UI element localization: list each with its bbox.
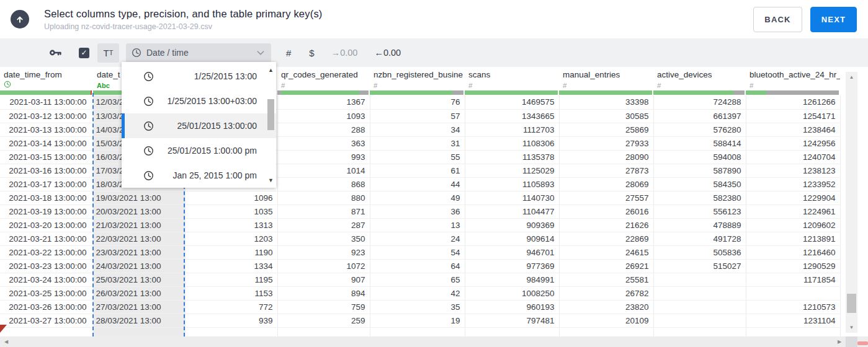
table-cell[interactable]: 515027 <box>653 259 746 273</box>
table-cell[interactable]: 1105893 <box>465 177 559 191</box>
table-cell[interactable]: 2021-03-27 13:00:00 <box>0 314 93 327</box>
scroll-left-arrow[interactable]: ◀ <box>4 339 8 345</box>
table-cell[interactable]: 1125029 <box>465 164 559 177</box>
table-cell[interactable]: 19 <box>370 314 465 327</box>
column-header[interactable]: date_time_from <box>0 67 93 79</box>
table-cell[interactable]: 2021-03-12 13:00:00 <box>0 109 93 123</box>
scroll-down-arrow[interactable]: ▼ <box>846 325 857 330</box>
table-cell[interactable]: 1096 <box>185 191 277 204</box>
table-cell[interactable]: 1093 <box>277 109 370 123</box>
date-format-option[interactable]: 1/25/2015 13:00 <box>122 64 276 89</box>
table-cell[interactable]: 28069 <box>559 177 653 191</box>
table-cell[interactable]: 724288 <box>653 95 746 109</box>
table-cell[interactable]: 363 <box>277 136 370 150</box>
table-cell[interactable]: 1209602 <box>746 218 840 232</box>
table-cell[interactable]: 1210573 <box>746 300 840 314</box>
date-format-option[interactable]: Jan 25, 2015 1:00 pm <box>122 163 276 188</box>
table-cell[interactable]: 868 <box>277 177 370 191</box>
primary-key-button[interactable] <box>48 46 62 59</box>
column-header[interactable]: manual_entries <box>559 67 653 79</box>
table-cell[interactable]: 584350 <box>653 177 746 191</box>
column-header[interactable]: scans <box>465 67 559 79</box>
table-cell[interactable]: 259 <box>277 314 370 327</box>
table-cell[interactable]: 1290529 <box>746 259 840 273</box>
table-cell[interactable]: 25869 <box>559 123 653 136</box>
table-cell[interactable]: 960193 <box>465 300 559 314</box>
table-cell[interactable]: 2021-03-24 13:00:00 <box>0 273 93 286</box>
table-cell[interactable]: 1135378 <box>465 150 559 164</box>
table-cell[interactable]: 42 <box>370 286 465 300</box>
decimal-shift-left-button[interactable]: ←0.00 <box>374 48 401 58</box>
table-cell[interactable]: 26921 <box>559 259 653 273</box>
table-cell[interactable]: 30585 <box>559 109 653 123</box>
table-cell[interactable]: 44 <box>370 177 465 191</box>
table-cell[interactable]: 894 <box>277 286 370 300</box>
table-cell[interactable]: 2021-03-18 13:00:00 <box>0 191 93 204</box>
table-cell[interactable]: 54 <box>370 245 465 259</box>
table-cell[interactable]: 1153 <box>185 286 277 300</box>
table-cell[interactable]: 491728 <box>653 232 746 245</box>
table-cell[interactable]: 939 <box>185 314 277 327</box>
table-cell[interactable]: 57 <box>370 109 465 123</box>
table-cell[interactable]: 478889 <box>653 218 746 232</box>
table-cell[interactable] <box>653 286 746 300</box>
table-cell[interactable]: 1343665 <box>465 109 559 123</box>
table-cell[interactable]: 65 <box>370 273 465 286</box>
table-cell[interactable]: 923 <box>277 245 370 259</box>
table-cell[interactable]: 22869 <box>559 232 653 245</box>
table-cell[interactable]: 2021-03-17 13:00:00 <box>0 177 93 191</box>
table-cell[interactable]: 33398 <box>559 95 653 109</box>
table-cell[interactable]: 2021-03-14 13:00:00 <box>0 136 93 150</box>
table-cell[interactable]: 76 <box>370 95 465 109</box>
table-cell[interactable]: 49 <box>370 191 465 204</box>
date-format-option[interactable]: 1/25/2015 13:00+03:00 <box>122 89 276 113</box>
table-cell[interactable]: 1072 <box>277 259 370 273</box>
table-cell[interactable]: 26782 <box>559 286 653 300</box>
table-cell[interactable]: 907 <box>277 273 370 286</box>
table-cell[interactable]: 350 <box>277 232 370 245</box>
table-cell[interactable]: 27557 <box>559 191 653 204</box>
table-cell[interactable]: 946701 <box>465 245 559 259</box>
table-cell[interactable]: 1171854 <box>746 273 840 286</box>
back-button[interactable]: BACK <box>753 7 802 32</box>
table-cell[interactable]: 2021-03-13 13:00:00 <box>0 123 93 136</box>
table-cell[interactable]: 23820 <box>559 300 653 314</box>
table-cell[interactable]: 22/03/2021 13:00 <box>93 232 185 245</box>
table-cell[interactable]: 587890 <box>653 164 746 177</box>
scroll-right-arrow[interactable]: ▶ <box>838 339 841 345</box>
table-cell[interactable] <box>746 286 840 300</box>
table-cell[interactable]: 20/03/2021 13:00 <box>93 204 185 218</box>
table-cell[interactable]: 1469575 <box>465 95 559 109</box>
table-cell[interactable]: 2021-03-16 13:00:00 <box>0 164 93 177</box>
table-cell[interactable]: 1008250 <box>465 286 559 300</box>
decimal-shift-right-button[interactable]: →0.00 <box>331 48 358 58</box>
table-cell[interactable]: 1203 <box>185 232 277 245</box>
table-cell[interactable]: 993 <box>277 150 370 164</box>
table-cell[interactable]: 13 <box>370 218 465 232</box>
table-cell[interactable]: 2021-03-20 13:00:00 <box>0 218 93 232</box>
table-cell[interactable]: 909614 <box>465 232 559 245</box>
table-cell[interactable]: 1229904 <box>746 191 840 204</box>
table-cell[interactable]: 20109 <box>559 314 653 327</box>
table-cell[interactable]: 984991 <box>465 273 559 286</box>
table-cell[interactable]: 28090 <box>559 150 653 164</box>
table-cell[interactable]: 1242956 <box>746 136 840 150</box>
table-cell[interactable]: 23/03/2021 13:00 <box>93 245 185 259</box>
table-cell[interactable] <box>653 314 746 327</box>
table-cell[interactable]: 1334 <box>185 259 277 273</box>
table-cell[interactable]: 588414 <box>653 136 746 150</box>
date-format-option[interactable]: 25/01/2015 1:00:00 pm <box>122 138 276 163</box>
table-cell[interactable]: 31 <box>370 136 465 150</box>
table-cell[interactable]: 21/03/2021 13:00 <box>93 218 185 232</box>
column-header[interactable]: nzbn_registered_busine <box>370 67 465 79</box>
table-cell[interactable]: 36 <box>370 204 465 218</box>
table-cell[interactable]: 288 <box>277 123 370 136</box>
table-cell[interactable]: 1313 <box>185 218 277 232</box>
table-cell[interactable]: 1231104 <box>746 314 840 327</box>
table-cell[interactable]: 1367 <box>277 95 370 109</box>
table-cell[interactable]: 61 <box>370 164 465 177</box>
number-format-button[interactable]: # <box>286 48 291 58</box>
next-button[interactable]: NEXT <box>810 7 857 32</box>
table-cell[interactable]: 2021-03-21 13:00:00 <box>0 232 93 245</box>
table-cell[interactable]: 2021-03-22 13:00:00 <box>0 245 93 259</box>
